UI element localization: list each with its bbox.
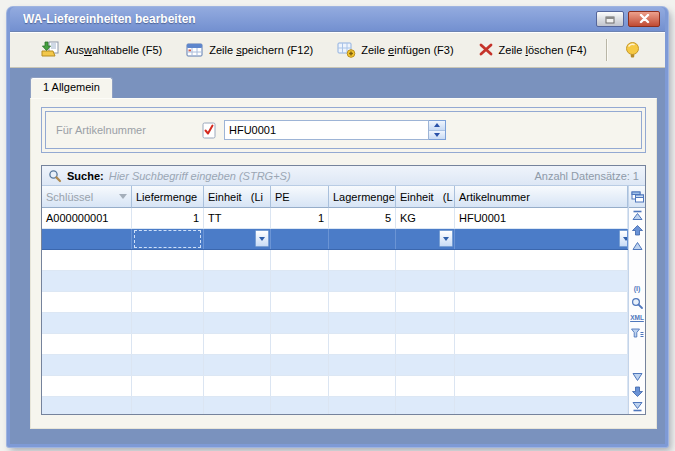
empty-cell[interactable] bbox=[455, 376, 628, 396]
empty-cell[interactable] bbox=[396, 334, 455, 354]
cell-lagermenge[interactable]: 5 bbox=[329, 208, 396, 228]
column-header-artikelnummer[interactable]: Artikelnummer bbox=[455, 186, 628, 208]
empty-cell[interactable] bbox=[132, 334, 204, 354]
empty-cell[interactable] bbox=[396, 250, 455, 270]
next-row-button[interactable] bbox=[629, 369, 645, 384]
empty-cell[interactable] bbox=[455, 355, 628, 375]
go-first-row-button[interactable] bbox=[629, 208, 645, 223]
grid-search-bar[interactable]: Suche: Hier Suchbegriff eingeben (STRG+S… bbox=[42, 166, 645, 186]
close-window-button[interactable] bbox=[628, 11, 660, 27]
unit-dropdown-button[interactable] bbox=[255, 230, 269, 247]
article-number-input[interactable] bbox=[224, 120, 429, 140]
empty-cell[interactable] bbox=[271, 397, 329, 414]
tab-allgemein[interactable]: 1 Allgemein bbox=[30, 77, 113, 98]
column-chooser-button[interactable] bbox=[629, 186, 646, 208]
empty-cell[interactable] bbox=[132, 271, 204, 291]
selection-table-button[interactable]: Auswahltabelle (F5) bbox=[34, 37, 169, 62]
empty-cell[interactable] bbox=[132, 313, 204, 333]
empty-cell[interactable] bbox=[396, 397, 455, 414]
empty-cell[interactable] bbox=[271, 250, 329, 270]
empty-cell[interactable] bbox=[329, 292, 396, 312]
empty-cell[interactable] bbox=[42, 334, 132, 354]
empty-cell[interactable] bbox=[455, 334, 628, 354]
cell-einheit-lager[interactable]: KG bbox=[396, 208, 455, 228]
empty-cell[interactable] bbox=[329, 397, 396, 414]
empty-cell[interactable] bbox=[42, 397, 132, 414]
empty-cell[interactable] bbox=[329, 271, 396, 291]
save-row-button[interactable]: Zeile speichern (F12) bbox=[179, 38, 320, 62]
cell-einheit-liefer[interactable] bbox=[204, 229, 271, 249]
cell-artikelnummer[interactable] bbox=[455, 229, 628, 249]
delete-row-button[interactable]: Zeile löschen (F4) bbox=[471, 38, 594, 61]
empty-cell[interactable] bbox=[132, 292, 204, 312]
red-check-document-icon[interactable] bbox=[202, 121, 218, 139]
empty-cell[interactable] bbox=[42, 313, 132, 333]
article-dropdown-button[interactable] bbox=[619, 230, 628, 247]
empty-cell[interactable] bbox=[396, 376, 455, 396]
column-header-einheit-lager[interactable]: Einheit (L bbox=[396, 186, 455, 208]
empty-cell[interactable] bbox=[132, 355, 204, 375]
empty-cell[interactable] bbox=[42, 376, 132, 396]
cell-artikelnummer[interactable]: HFU0001 bbox=[455, 208, 628, 228]
empty-cell[interactable] bbox=[329, 376, 396, 396]
empty-cell[interactable] bbox=[396, 355, 455, 375]
empty-cell[interactable] bbox=[204, 292, 271, 312]
insert-row-button[interactable]: Zeile einfügen (F3) bbox=[330, 37, 460, 62]
column-header-pe[interactable]: PE bbox=[271, 186, 329, 208]
empty-cell[interactable] bbox=[271, 334, 329, 354]
spinner-down-button[interactable] bbox=[429, 131, 445, 140]
cell-pe[interactable]: 1 bbox=[271, 208, 329, 228]
column-header-lagermenge[interactable]: Lagermenge bbox=[329, 186, 396, 208]
titlebar[interactable]: WA-Liefereinheiten bearbeiten bbox=[10, 7, 665, 31]
cell-lagermenge[interactable] bbox=[329, 229, 396, 249]
empty-cell[interactable] bbox=[204, 376, 271, 396]
column-header-liefermenge[interactable]: Liefermenge bbox=[132, 186, 204, 208]
prev-row-button[interactable] bbox=[629, 238, 645, 253]
empty-cell[interactable] bbox=[396, 292, 455, 312]
empty-cell[interactable] bbox=[204, 355, 271, 375]
restore-window-button[interactable] bbox=[596, 11, 624, 27]
go-last-row-button[interactable] bbox=[629, 399, 645, 414]
empty-cell[interactable] bbox=[329, 355, 396, 375]
empty-cell[interactable] bbox=[271, 313, 329, 333]
empty-cell[interactable] bbox=[271, 271, 329, 291]
unit-dropdown-button[interactable] bbox=[439, 230, 453, 247]
empty-cell[interactable] bbox=[396, 271, 455, 291]
empty-cell[interactable] bbox=[204, 250, 271, 270]
empty-cell[interactable] bbox=[42, 271, 132, 291]
cell-liefermenge-focused[interactable] bbox=[132, 229, 204, 249]
empty-cell[interactable] bbox=[271, 355, 329, 375]
empty-cell[interactable] bbox=[204, 313, 271, 333]
empty-cell[interactable] bbox=[455, 397, 628, 414]
cell-einheit-lager[interactable] bbox=[396, 229, 455, 249]
cell-schluessel[interactable]: A000000001 bbox=[42, 208, 132, 228]
empty-cell[interactable] bbox=[204, 271, 271, 291]
page-down-button[interactable] bbox=[629, 384, 645, 399]
empty-cell[interactable] bbox=[271, 376, 329, 396]
help-button[interactable] bbox=[617, 37, 648, 63]
empty-cell[interactable] bbox=[455, 313, 628, 333]
empty-cell[interactable] bbox=[329, 334, 396, 354]
empty-cell[interactable] bbox=[271, 292, 329, 312]
page-up-button[interactable] bbox=[629, 223, 645, 238]
cell-pe[interactable] bbox=[271, 229, 329, 249]
column-header-einheit-liefer[interactable]: Einheit (Li bbox=[204, 186, 271, 208]
xml-export-button[interactable]: XML bbox=[629, 311, 645, 326]
empty-cell[interactable] bbox=[329, 250, 396, 270]
empty-cell[interactable] bbox=[42, 355, 132, 375]
grid-search-button[interactable] bbox=[629, 296, 645, 311]
column-header-schluessel[interactable]: Schlüssel bbox=[42, 186, 132, 208]
cell-einheit-liefer[interactable]: TT bbox=[204, 208, 271, 228]
empty-cell[interactable] bbox=[204, 397, 271, 414]
empty-cell[interactable] bbox=[42, 250, 132, 270]
empty-cell[interactable] bbox=[455, 292, 628, 312]
empty-cell[interactable] bbox=[42, 292, 132, 312]
spinner-up-button[interactable] bbox=[429, 121, 445, 131]
cell-schluessel[interactable] bbox=[42, 229, 132, 249]
empty-cell[interactable] bbox=[132, 376, 204, 396]
empty-cell[interactable] bbox=[455, 250, 628, 270]
record-indicator-button[interactable]: (I) bbox=[629, 281, 645, 296]
empty-cell[interactable] bbox=[329, 313, 396, 333]
empty-cell[interactable] bbox=[396, 313, 455, 333]
empty-cell[interactable] bbox=[455, 271, 628, 291]
